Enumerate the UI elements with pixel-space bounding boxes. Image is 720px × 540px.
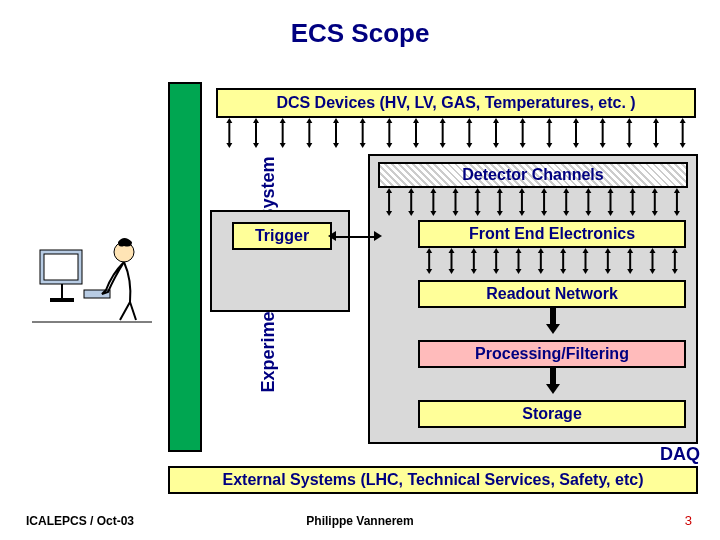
svg-marker-11: [253, 118, 259, 123]
fee-arrows: [418, 248, 686, 274]
svg-marker-59: [680, 118, 686, 123]
svg-marker-98: [652, 188, 658, 193]
svg-marker-140: [546, 324, 560, 334]
svg-marker-95: [630, 188, 636, 193]
svg-marker-21: [333, 143, 339, 148]
front-end-electronics-box: Front End Electronics: [418, 220, 686, 248]
svg-marker-35: [466, 118, 472, 123]
svg-marker-134: [650, 248, 656, 253]
svg-marker-26: [386, 118, 392, 123]
svg-marker-107: [449, 248, 455, 253]
svg-marker-128: [605, 248, 611, 253]
svg-marker-27: [386, 143, 392, 148]
svg-marker-66: [408, 211, 414, 216]
svg-marker-104: [426, 248, 432, 253]
readout-arrow-down: [546, 308, 560, 334]
svg-marker-119: [538, 248, 544, 253]
svg-marker-132: [627, 269, 633, 274]
svg-marker-105: [426, 269, 432, 274]
svg-marker-126: [583, 269, 589, 274]
svg-marker-71: [453, 188, 459, 193]
svg-marker-68: [430, 188, 436, 193]
svg-marker-45: [546, 143, 552, 148]
svg-marker-89: [585, 188, 591, 193]
svg-marker-18: [306, 143, 312, 148]
detector-channels-box: Detector Channels: [378, 162, 688, 188]
svg-marker-74: [475, 188, 481, 193]
external-systems-box: External Systems (LHC, Technical Service…: [168, 466, 698, 494]
svg-marker-111: [471, 269, 477, 274]
svg-marker-63: [386, 211, 392, 216]
svg-marker-138: [672, 269, 678, 274]
readout-network-box: Readout Network: [418, 280, 686, 308]
svg-marker-32: [440, 118, 446, 123]
svg-marker-69: [430, 211, 436, 216]
svg-marker-87: [563, 211, 569, 216]
user-at-computer-icon: [32, 220, 152, 340]
svg-marker-50: [600, 118, 606, 123]
svg-marker-102: [674, 211, 680, 216]
svg-marker-12: [253, 143, 259, 148]
svg-marker-96: [630, 211, 636, 216]
storage-box: Storage: [418, 400, 686, 428]
svg-marker-117: [516, 269, 522, 274]
svg-marker-44: [546, 118, 552, 123]
svg-marker-62: [386, 188, 392, 193]
trigger-fee-connector: [332, 236, 378, 238]
svg-marker-93: [608, 211, 614, 216]
svg-marker-129: [605, 269, 611, 274]
svg-marker-39: [493, 143, 499, 148]
trigger-box: Trigger: [232, 222, 332, 250]
svg-marker-15: [280, 143, 286, 148]
arrow-left-icon: [328, 231, 336, 241]
svg-marker-41: [520, 118, 526, 123]
svg-marker-84: [541, 211, 547, 216]
dcs-arrows: [216, 118, 696, 148]
svg-marker-20: [333, 118, 339, 123]
svg-marker-77: [497, 188, 503, 193]
svg-marker-75: [475, 211, 481, 216]
svg-marker-47: [573, 118, 579, 123]
svg-marker-57: [653, 143, 659, 148]
svg-marker-90: [585, 211, 591, 216]
svg-marker-53: [626, 118, 632, 123]
svg-marker-72: [453, 211, 459, 216]
svg-marker-56: [653, 118, 659, 123]
svg-marker-123: [560, 269, 566, 274]
svg-marker-131: [627, 248, 633, 253]
svg-marker-114: [493, 269, 499, 274]
svg-marker-81: [519, 211, 525, 216]
svg-marker-125: [583, 248, 589, 253]
svg-marker-33: [440, 143, 446, 148]
svg-marker-92: [608, 188, 614, 193]
svg-marker-137: [672, 248, 678, 253]
ecs-bar: [168, 82, 202, 452]
svg-marker-29: [413, 118, 419, 123]
svg-marker-86: [563, 188, 569, 193]
svg-marker-99: [652, 211, 658, 216]
svg-marker-135: [650, 269, 656, 274]
footer-page-number: 3: [685, 513, 692, 528]
processing-filtering-box: Processing/Filtering: [418, 340, 686, 368]
svg-marker-142: [546, 384, 560, 394]
svg-marker-113: [493, 248, 499, 253]
svg-marker-65: [408, 188, 414, 193]
processing-arrow-down: [546, 368, 560, 394]
page-title: ECS Scope: [0, 0, 720, 49]
svg-marker-78: [497, 211, 503, 216]
svg-marker-9: [226, 143, 232, 148]
detector-channels-arrows: [378, 188, 688, 216]
svg-marker-17: [306, 118, 312, 123]
arrow-right-icon: [374, 231, 382, 241]
svg-marker-42: [520, 143, 526, 148]
svg-rect-3: [50, 298, 74, 302]
svg-marker-122: [560, 248, 566, 253]
svg-marker-116: [516, 248, 522, 253]
svg-marker-14: [280, 118, 286, 123]
footer-author: Philippe Vannerem: [0, 514, 720, 528]
daq-label: DAQ: [660, 444, 700, 465]
svg-rect-1: [44, 254, 78, 280]
svg-marker-120: [538, 269, 544, 274]
svg-marker-23: [360, 118, 366, 123]
svg-marker-108: [449, 269, 455, 274]
